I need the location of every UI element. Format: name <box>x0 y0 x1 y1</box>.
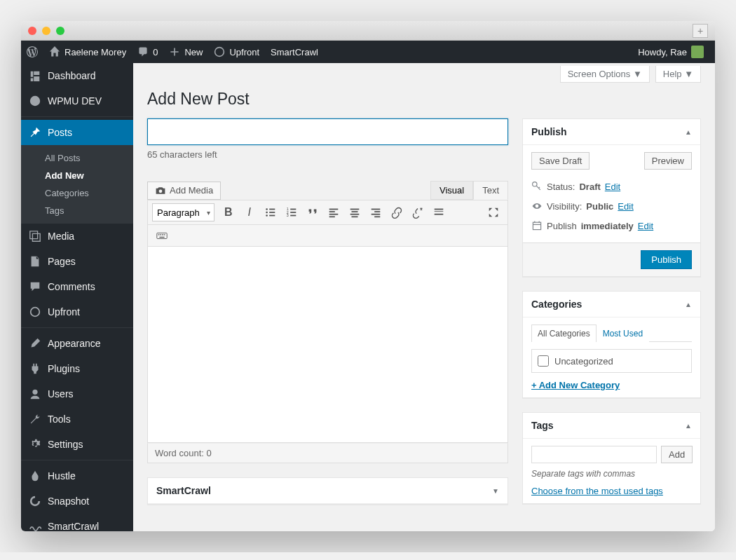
svg-rect-39 <box>533 222 540 229</box>
eye-icon <box>531 200 543 212</box>
visual-tab[interactable]: Visual <box>430 181 473 200</box>
post-title-input[interactable] <box>147 118 508 145</box>
edit-schedule-link[interactable]: Edit <box>638 221 653 231</box>
fullscreen-button[interactable] <box>484 203 503 221</box>
page-title: Add New Post <box>147 90 701 109</box>
align-left-button[interactable] <box>324 203 343 221</box>
screen-options-tab[interactable]: Screen Options ▼ <box>560 66 650 83</box>
svg-rect-34 <box>160 234 161 235</box>
bullet-list-button[interactable] <box>261 203 280 221</box>
menu-media[interactable]: Media <box>21 224 133 249</box>
mac-zoom-button[interactable] <box>56 27 64 35</box>
content-editor[interactable] <box>147 247 508 443</box>
admin-toolbar: Raelene Morey 0 New Upfront SmartCrawl <box>21 41 715 63</box>
svg-rect-32 <box>157 233 167 238</box>
category-checkbox[interactable] <box>538 355 549 367</box>
blockquote-button[interactable] <box>303 203 322 221</box>
comments-icon <box>29 280 41 293</box>
italic-button[interactable]: I <box>240 203 259 221</box>
publish-button[interactable]: Publish <box>641 250 692 269</box>
menu-pages[interactable]: Pages <box>21 249 133 274</box>
menu-wpmudev[interactable]: WPMU DEV <box>21 88 133 114</box>
menu-appearance[interactable]: Appearance <box>21 331 133 356</box>
upfront-menu[interactable]: Upfront <box>208 41 265 63</box>
edit-visibility-link[interactable]: Edit <box>618 201 633 212</box>
wp-logo-menu[interactable] <box>21 41 43 63</box>
align-center-button[interactable] <box>345 203 364 221</box>
submenu-add-new[interactable]: Add New <box>21 167 133 184</box>
add-tag-button[interactable]: Add <box>661 446 693 463</box>
numbered-list-button[interactable]: 123 <box>282 203 301 221</box>
my-account-menu[interactable]: Howdy, Rae <box>632 41 709 63</box>
smartcrawl-metabox-header[interactable]: SmartCrawl ▼ <box>148 478 507 504</box>
cat-tab-most[interactable]: Most Used <box>597 325 649 342</box>
cat-tab-all[interactable]: All Categories <box>531 325 597 342</box>
svg-rect-35 <box>162 234 163 235</box>
pin-icon <box>29 126 41 139</box>
text-tab[interactable]: Text <box>473 181 508 200</box>
svg-point-3 <box>32 390 37 395</box>
menu-posts[interactable]: Posts <box>21 120 133 145</box>
camera-icon <box>155 185 166 196</box>
svg-rect-21 <box>350 209 359 210</box>
tags-box: Tags▲ Add Separate tags with commas Choo… <box>522 412 701 504</box>
add-media-button[interactable]: Add Media <box>147 182 221 200</box>
svg-point-0 <box>215 48 224 57</box>
comments-count: 0 <box>153 47 158 57</box>
category-item[interactable]: Uncategorized <box>538 355 686 367</box>
menu-comments[interactable]: Comments <box>21 274 133 299</box>
comments-menu[interactable]: 0 <box>132 41 163 63</box>
menu-users[interactable]: Users <box>21 381 133 407</box>
bold-button[interactable]: B <box>219 203 238 221</box>
svg-rect-29 <box>434 209 443 210</box>
new-label: New <box>184 47 203 57</box>
menu-plugins[interactable]: Plugins <box>21 356 133 381</box>
format-select[interactable]: Paragraph <box>152 203 214 221</box>
home-icon <box>49 46 60 57</box>
menu-smartcrawl[interactable]: SmartCrawl <box>21 514 133 531</box>
menu-upfront[interactable]: Upfront <box>21 299 133 325</box>
tag-input[interactable] <box>531 446 657 463</box>
svg-rect-26 <box>374 211 380 212</box>
collapse-icon[interactable]: ▲ <box>685 128 692 136</box>
menu-dashboard[interactable]: Dashboard <box>21 63 133 88</box>
choose-tags-link[interactable]: Choose from the most used tags <box>531 486 692 496</box>
svg-point-4 <box>34 443 37 446</box>
upfront-menu-icon <box>29 306 41 318</box>
align-right-button[interactable] <box>366 203 386 221</box>
help-tab[interactable]: Help ▼ <box>655 66 701 83</box>
svg-rect-22 <box>351 211 357 212</box>
submenu-all-posts[interactable]: All Posts <box>21 149 133 167</box>
readmore-button[interactable] <box>429 203 449 221</box>
save-draft-button[interactable]: Save Draft <box>531 152 590 170</box>
svg-point-5 <box>266 208 268 210</box>
menu-hustle[interactable]: Hustle <box>21 463 133 489</box>
collapse-icon[interactable]: ▲ <box>685 301 692 308</box>
menu-snapshot[interactable]: Snapshot <box>21 489 133 514</box>
menu-tools[interactable]: Tools <box>21 407 133 432</box>
svg-rect-17 <box>329 209 338 210</box>
mac-minimize-button[interactable] <box>42 27 50 35</box>
svg-rect-25 <box>371 209 380 210</box>
edit-status-link[interactable]: Edit <box>605 182 620 192</box>
smartcrawl-menu[interactable]: SmartCrawl <box>265 41 324 63</box>
unlink-button[interactable] <box>408 203 428 221</box>
hustle-icon <box>29 470 41 482</box>
preview-button[interactable]: Preview <box>644 152 692 170</box>
site-name-label: Raelene Morey <box>64 47 126 57</box>
avatar <box>691 46 704 58</box>
link-button[interactable] <box>387 203 407 221</box>
mac-close-button[interactable] <box>28 27 36 35</box>
keyboard-button[interactable] <box>152 226 172 245</box>
menu-settings[interactable]: Settings <box>21 432 133 457</box>
svg-rect-6 <box>269 209 275 210</box>
new-content-menu[interactable]: New <box>163 41 208 63</box>
add-category-link[interactable]: + Add New Category <box>531 380 692 390</box>
chevron-down-icon[interactable]: ▼ <box>492 487 499 495</box>
collapse-icon[interactable]: ▲ <box>685 422 692 430</box>
mac-new-tab-button[interactable]: + <box>693 24 708 38</box>
upfront-icon <box>214 46 225 57</box>
submenu-categories[interactable]: Categories <box>21 184 133 202</box>
site-name-menu[interactable]: Raelene Morey <box>43 41 132 63</box>
submenu-tags[interactable]: Tags <box>21 202 133 219</box>
